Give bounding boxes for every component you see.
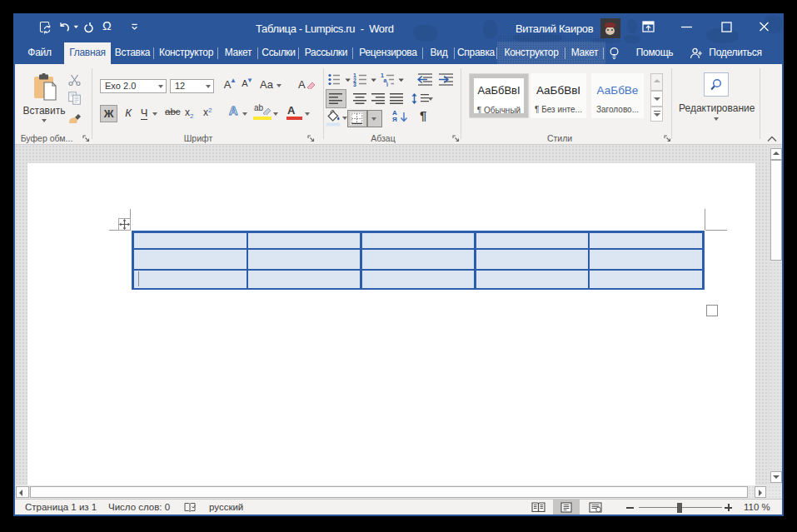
svg-text:3: 3 [353, 82, 356, 87]
svg-text:Ω: Ω [102, 19, 112, 32]
svg-text:i: i [386, 82, 388, 87]
